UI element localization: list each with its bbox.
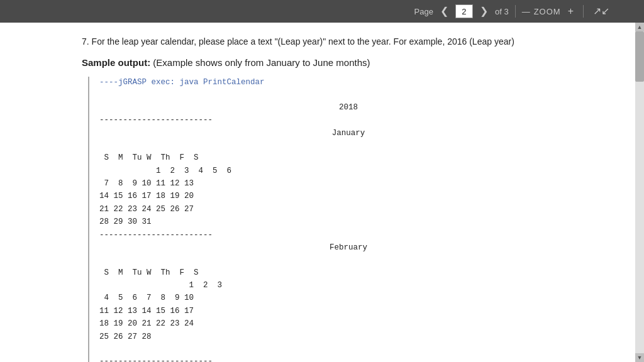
sample-output-note: (Example shows only from January to June…	[150, 57, 370, 68]
divider-line-1: ------------------------	[99, 229, 597, 241]
zoom-label: ZOOM	[534, 7, 561, 16]
year-label: 2018	[99, 102, 597, 114]
divider-2	[583, 5, 584, 18]
jan-row-4: 21 22 23 24 25 26 27	[99, 204, 597, 216]
feb-row-4: 18 19 20 21 22 23 24	[99, 318, 597, 330]
content-area: 7. For the leap year calendar, please pl…	[0, 23, 635, 362]
month-january: January	[99, 128, 597, 140]
prev-page-button[interactable]: ❮	[437, 5, 452, 18]
sample-output-heading: Sample output: (Example shows only from …	[82, 57, 597, 68]
jan-row-5: 28 29 30 31	[99, 216, 597, 228]
fit-button[interactable]: ↗↙	[590, 5, 613, 18]
month-february: February	[99, 242, 597, 254]
jan-row-3: 14 15 16 17 18 19 20	[99, 190, 597, 202]
feb-row-5: 25 26 27 28	[99, 331, 597, 343]
zoom-out-icon: —	[522, 7, 530, 16]
exec-line: ----jGRASP exec: java PrintCalendar	[99, 77, 597, 89]
jan-row-2: 7 8 9 10 11 12 13	[99, 178, 597, 190]
jan-row-1: 1 2 3 4 5 6	[99, 165, 597, 177]
feb-header: S M Tu W Th F S	[99, 267, 597, 279]
page-label: Page	[414, 7, 433, 16]
code-block: ----jGRASP exec: java PrintCalendar 2018…	[88, 77, 597, 362]
divider-1	[515, 5, 516, 18]
scroll-up-button[interactable]: ▲	[635, 23, 644, 31]
of-pages-label: of 3	[495, 7, 509, 16]
divider-line-top: ------------------------	[99, 114, 597, 126]
next-page-button[interactable]: ❯	[477, 5, 491, 18]
page-number-input[interactable]	[455, 4, 473, 18]
instruction-number: 7.	[82, 36, 89, 47]
scroll-down-button[interactable]: ▼	[635, 353, 644, 362]
toolbar: Page ❮ ❯ of 3 — ZOOM + ↗↙	[0, 0, 644, 23]
feb-row-2: 4 5 6 7 8 9 10	[99, 292, 597, 304]
instruction-body: For the leap year calendar, please place…	[89, 36, 514, 47]
instruction-text: 7. For the leap year calendar, please pl…	[82, 35, 597, 48]
feb-row-1: 1 2 3	[99, 280, 597, 292]
sample-output-label: Sample output:	[82, 57, 150, 68]
jan-header: S M Tu W Th F S	[99, 152, 597, 164]
zoom-in-button[interactable]: +	[565, 5, 577, 18]
feb-row-3: 11 12 13 14 15 16 17	[99, 305, 597, 317]
scrollbar[interactable]: ▲ ▼	[635, 23, 644, 362]
scroll-thumb[interactable]	[635, 31, 644, 82]
divider-line-2: ------------------------	[99, 356, 597, 362]
